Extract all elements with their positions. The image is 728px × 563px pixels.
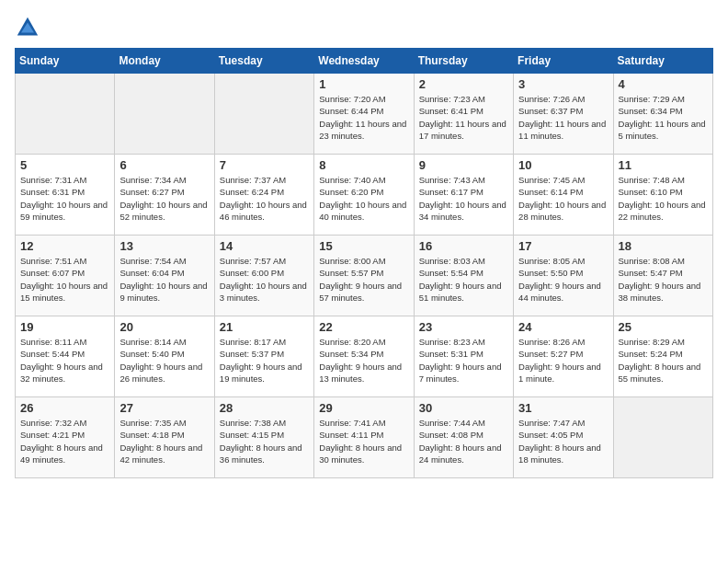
calendar-cell [115,74,214,155]
calendar-cell: 16 Sunrise: 8:03 AMSunset: 5:54 PMDaylig… [414,236,513,316]
col-monday: Monday [115,49,214,74]
cell-info: Sunrise: 8:20 AMSunset: 5:34 PMDaylight:… [319,336,408,385]
cell-info: Sunrise: 7:34 AMSunset: 6:27 PMDaylight:… [119,174,209,223]
cell-info: Sunrise: 8:23 AMSunset: 5:31 PMDaylight:… [419,336,508,385]
calendar-cell: 6 Sunrise: 7:34 AMSunset: 6:27 PMDayligh… [115,155,214,236]
logo [15,15,44,40]
calendar-cell: 15 Sunrise: 8:00 AMSunset: 5:57 PMDaylig… [314,236,414,316]
day-number: 17 [518,239,608,253]
day-number: 30 [419,401,508,415]
cell-info: Sunrise: 7:23 AMSunset: 6:41 PMDaylight:… [419,93,508,142]
calendar-cell [214,74,313,155]
day-number: 15 [319,239,408,253]
col-wednesday: Wednesday [314,49,414,74]
col-thursday: Thursday [414,49,513,74]
col-tuesday: Tuesday [214,49,313,74]
day-number: 16 [419,239,508,253]
cell-info: Sunrise: 8:11 AMSunset: 5:44 PMDaylight:… [20,336,109,385]
calendar-cell: 5 Sunrise: 7:31 AMSunset: 6:31 PMDayligh… [16,155,115,236]
col-sunday: Sunday [16,49,115,74]
calendar-cell: 24 Sunrise: 8:26 AMSunset: 5:27 PMDaylig… [514,316,613,397]
cell-info: Sunrise: 7:51 AMSunset: 6:07 PMDaylight:… [20,255,109,304]
calendar-cell: 19 Sunrise: 8:11 AMSunset: 5:44 PMDaylig… [16,316,115,397]
calendar-cell: 12 Sunrise: 7:51 AMSunset: 6:07 PMDaylig… [16,236,115,316]
day-number: 31 [518,401,608,415]
day-number: 27 [119,401,209,415]
calendar-cell [16,74,115,155]
day-number: 18 [619,239,708,253]
page-header [15,15,713,40]
day-number: 2 [419,77,508,91]
calendar-cell: 27 Sunrise: 7:35 AMSunset: 4:18 PMDaylig… [115,397,214,478]
day-number: 1 [319,77,408,91]
day-number: 28 [220,401,309,415]
day-number: 22 [319,320,408,334]
calendar-cell: 21 Sunrise: 8:17 AMSunset: 5:37 PMDaylig… [214,316,313,397]
calendar-cell: 25 Sunrise: 8:29 AMSunset: 5:24 PMDaylig… [613,316,712,397]
day-number: 6 [119,158,209,172]
calendar-cell: 11 Sunrise: 7:48 AMSunset: 6:10 PMDaylig… [613,155,712,236]
cell-info: Sunrise: 8:00 AMSunset: 5:57 PMDaylight:… [319,255,408,304]
cell-info: Sunrise: 8:14 AMSunset: 5:40 PMDaylight:… [119,336,209,385]
cell-info: Sunrise: 8:29 AMSunset: 5:24 PMDaylight:… [619,336,708,385]
day-number: 12 [20,239,109,253]
day-number: 3 [518,77,608,91]
cell-info: Sunrise: 7:31 AMSunset: 6:31 PMDaylight:… [20,174,109,223]
day-number: 26 [20,401,109,415]
calendar-table: Sunday Monday Tuesday Wednesday Thursday… [15,48,713,478]
cell-info: Sunrise: 7:41 AMSunset: 4:11 PMDaylight:… [319,417,408,465]
cell-info: Sunrise: 7:32 AMSunset: 4:21 PMDaylight:… [20,417,109,465]
calendar-cell: 3 Sunrise: 7:26 AMSunset: 6:37 PMDayligh… [514,74,613,155]
day-number: 25 [619,320,708,334]
cell-info: Sunrise: 7:40 AMSunset: 6:20 PMDaylight:… [319,174,408,223]
cell-info: Sunrise: 7:26 AMSunset: 6:37 PMDaylight:… [518,93,608,142]
calendar-week-2: 5 Sunrise: 7:31 AMSunset: 6:31 PMDayligh… [16,155,713,236]
cell-info: Sunrise: 7:29 AMSunset: 6:34 PMDaylight:… [619,93,708,142]
day-number: 7 [220,158,309,172]
day-number: 9 [419,158,508,172]
cell-info: Sunrise: 7:44 AMSunset: 4:08 PMDaylight:… [419,417,508,465]
day-number: 23 [419,320,508,334]
calendar-cell: 18 Sunrise: 8:08 AMSunset: 5:47 PMDaylig… [613,236,712,316]
calendar-cell: 30 Sunrise: 7:44 AMSunset: 4:08 PMDaylig… [414,397,513,478]
calendar-cell: 9 Sunrise: 7:43 AMSunset: 6:17 PMDayligh… [414,155,513,236]
col-friday: Friday [514,49,613,74]
cell-info: Sunrise: 7:45 AMSunset: 6:14 PMDaylight:… [518,174,608,223]
cell-info: Sunrise: 7:20 AMSunset: 6:44 PMDaylight:… [319,93,408,142]
day-number: 24 [518,320,608,334]
day-number: 8 [319,158,408,172]
calendar-header: Sunday Monday Tuesday Wednesday Thursday… [16,49,713,74]
calendar-week-1: 1 Sunrise: 7:20 AMSunset: 6:44 PMDayligh… [16,74,713,155]
calendar-cell: 4 Sunrise: 7:29 AMSunset: 6:34 PMDayligh… [613,74,712,155]
cell-info: Sunrise: 8:05 AMSunset: 5:50 PMDaylight:… [518,255,608,304]
day-number: 21 [220,320,309,334]
calendar-cell: 2 Sunrise: 7:23 AMSunset: 6:41 PMDayligh… [414,74,513,155]
header-row: Sunday Monday Tuesday Wednesday Thursday… [16,49,713,74]
day-number: 10 [518,158,608,172]
calendar-cell [613,397,712,478]
calendar-week-5: 26 Sunrise: 7:32 AMSunset: 4:21 PMDaylig… [16,397,713,478]
calendar-cell: 22 Sunrise: 8:20 AMSunset: 5:34 PMDaylig… [314,316,414,397]
calendar-cell: 7 Sunrise: 7:37 AMSunset: 6:24 PMDayligh… [214,155,313,236]
calendar-body: 1 Sunrise: 7:20 AMSunset: 6:44 PMDayligh… [16,74,713,478]
calendar-week-4: 19 Sunrise: 8:11 AMSunset: 5:44 PMDaylig… [16,316,713,397]
day-number: 20 [119,320,209,334]
calendar-week-3: 12 Sunrise: 7:51 AMSunset: 6:07 PMDaylig… [16,236,713,316]
day-number: 11 [619,158,708,172]
calendar-cell: 20 Sunrise: 8:14 AMSunset: 5:40 PMDaylig… [115,316,214,397]
cell-info: Sunrise: 7:57 AMSunset: 6:00 PMDaylight:… [220,255,309,304]
calendar-cell: 31 Sunrise: 7:47 AMSunset: 4:05 PMDaylig… [514,397,613,478]
cell-info: Sunrise: 7:43 AMSunset: 6:17 PMDaylight:… [419,174,508,223]
cell-info: Sunrise: 7:48 AMSunset: 6:10 PMDaylight:… [619,174,708,223]
cell-info: Sunrise: 7:38 AMSunset: 4:15 PMDaylight:… [220,417,309,465]
logo-icon [15,15,40,40]
cell-info: Sunrise: 7:35 AMSunset: 4:18 PMDaylight:… [119,417,209,465]
calendar-cell: 17 Sunrise: 8:05 AMSunset: 5:50 PMDaylig… [514,236,613,316]
cell-info: Sunrise: 8:03 AMSunset: 5:54 PMDaylight:… [419,255,508,304]
calendar-cell: 23 Sunrise: 8:23 AMSunset: 5:31 PMDaylig… [414,316,513,397]
cell-info: Sunrise: 8:17 AMSunset: 5:37 PMDaylight:… [220,336,309,385]
cell-info: Sunrise: 7:37 AMSunset: 6:24 PMDaylight:… [220,174,309,223]
day-number: 5 [20,158,109,172]
calendar-cell: 10 Sunrise: 7:45 AMSunset: 6:14 PMDaylig… [514,155,613,236]
calendar-cell: 13 Sunrise: 7:54 AMSunset: 6:04 PMDaylig… [115,236,214,316]
